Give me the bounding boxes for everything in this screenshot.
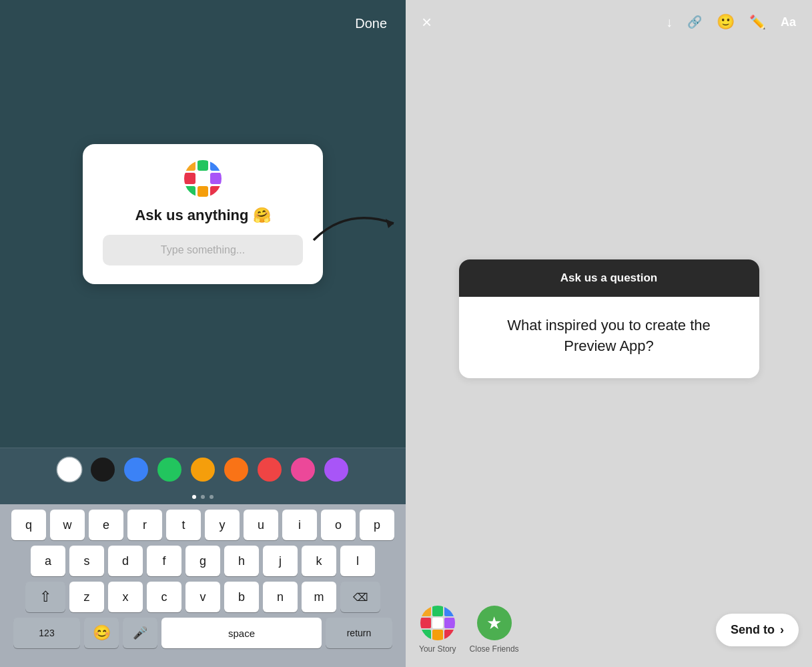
key-z[interactable]: z: [69, 582, 104, 612]
close-friends-label: Close Friends: [470, 644, 519, 654]
key-x[interactable]: x: [108, 582, 143, 612]
key-shift[interactable]: ⇧: [25, 582, 65, 612]
color-purple[interactable]: [324, 458, 348, 482]
color-pink[interactable]: [291, 458, 315, 482]
send-to-label: Send to: [731, 623, 775, 637]
send-to-button[interactable]: Send to ›: [716, 614, 799, 646]
link-icon[interactable]: 🔗: [687, 15, 702, 29]
key-k[interactable]: k: [302, 546, 336, 576]
story-area: Ask us a question What inspired you to c…: [406, 41, 812, 596]
keyboard-row-4: 123 😊 🎤 space return: [4, 618, 402, 648]
bottom-bar: Your Story ★ Close Friends Send to ›: [406, 596, 812, 667]
arrow-container: [307, 200, 414, 256]
key-o[interactable]: o: [321, 510, 356, 540]
key-d[interactable]: d: [108, 546, 143, 576]
key-f[interactable]: f: [147, 546, 181, 576]
close-friends-option[interactable]: ★ Close Friends: [470, 606, 519, 654]
key-m[interactable]: m: [302, 582, 336, 612]
key-q[interactable]: q: [11, 510, 46, 540]
key-s[interactable]: s: [69, 546, 104, 576]
download-icon[interactable]: ↓: [666, 15, 673, 30]
key-u[interactable]: u: [244, 510, 278, 540]
close-friends-icon: ★: [477, 606, 512, 640]
toolbar-right: ↓ 🔗 🙂 ✏️ Aa: [666, 13, 796, 31]
question-header: Ask us a question: [459, 259, 759, 297]
keyboard: q w e r t y u i o p a s d f g h j k l ⇧ …: [0, 504, 406, 667]
story-options: Your Story ★ Close Friends: [419, 606, 519, 654]
palette-indicator-1: [192, 495, 196, 499]
right-panel: × ↓ 🔗 🙂 ✏️ Aa Ask us a question What ins…: [406, 0, 812, 667]
text-icon[interactable]: Aa: [781, 15, 796, 29]
question-answer: What inspired you to create the Preview …: [459, 297, 759, 378]
key-j[interactable]: j: [263, 546, 298, 576]
key-r[interactable]: r: [127, 510, 162, 540]
key-t[interactable]: t: [166, 510, 201, 540]
key-y[interactable]: y: [205, 510, 240, 540]
svg-marker-0: [386, 219, 394, 228]
sticker-logo: [184, 160, 222, 197]
key-c[interactable]: c: [147, 582, 181, 612]
send-to-chevron: ›: [780, 623, 784, 637]
key-emoji[interactable]: 😊: [84, 618, 119, 648]
color-orange[interactable]: [224, 458, 248, 482]
your-story-icon: [420, 606, 455, 640]
color-palette: [0, 448, 406, 491]
palette-indicator-2: [201, 495, 205, 499]
keyboard-row-1: q w e r t y u i o p: [4, 510, 402, 540]
toolbar-left: ×: [422, 13, 432, 31]
key-return[interactable]: return: [326, 618, 392, 648]
your-story-option[interactable]: Your Story: [419, 606, 456, 654]
your-story-label: Your Story: [419, 644, 456, 654]
sticker-title: Ask us anything 🤗: [103, 207, 303, 224]
color-black[interactable]: [91, 458, 115, 482]
question-header-text: Ask us a question: [475, 271, 743, 285]
key-space[interactable]: space: [161, 618, 322, 648]
key-e[interactable]: e: [89, 510, 123, 540]
question-answer-text: What inspired you to create the Preview …: [480, 315, 738, 357]
key-mic[interactable]: 🎤: [123, 618, 157, 648]
key-v[interactable]: v: [185, 582, 220, 612]
toolbar: × ↓ 🔗 🙂 ✏️ Aa: [406, 0, 812, 41]
key-g[interactable]: g: [185, 546, 220, 576]
color-green[interactable]: [157, 458, 181, 482]
close-button[interactable]: ×: [422, 13, 432, 31]
key-w[interactable]: w: [50, 510, 85, 540]
color-yellow[interactable]: [191, 458, 215, 482]
sticker-input-placeholder[interactable]: Type something...: [103, 235, 303, 265]
key-i[interactable]: i: [282, 510, 317, 540]
palette-wrapper: [0, 448, 406, 504]
star-icon: ★: [486, 613, 502, 634]
keyboard-row-3: ⇧ z x c v b n m ⌫: [4, 582, 402, 612]
key-a[interactable]: a: [31, 546, 65, 576]
draw-icon[interactable]: ✏️: [749, 14, 766, 30]
key-n[interactable]: n: [263, 582, 298, 612]
key-b[interactable]: b: [224, 582, 259, 612]
color-red[interactable]: [258, 458, 282, 482]
key-123[interactable]: 123: [13, 618, 80, 648]
sticker-icon[interactable]: 🙂: [717, 13, 735, 31]
sticker-card: Ask us anything 🤗 Type something...: [83, 144, 323, 284]
key-p[interactable]: p: [360, 510, 394, 540]
color-white[interactable]: [57, 458, 81, 482]
keyboard-row-2: a s d f g h j k l: [4, 546, 402, 576]
palette-indicator-3: [210, 495, 214, 499]
color-blue[interactable]: [124, 458, 148, 482]
key-backspace[interactable]: ⌫: [340, 582, 380, 612]
left-panel: Done Ask us anything 🤗 Type something...: [0, 0, 406, 667]
done-button[interactable]: Done: [355, 16, 387, 31]
key-h[interactable]: h: [224, 546, 259, 576]
question-card: Ask us a question What inspired you to c…: [459, 259, 759, 378]
key-l[interactable]: l: [340, 546, 375, 576]
